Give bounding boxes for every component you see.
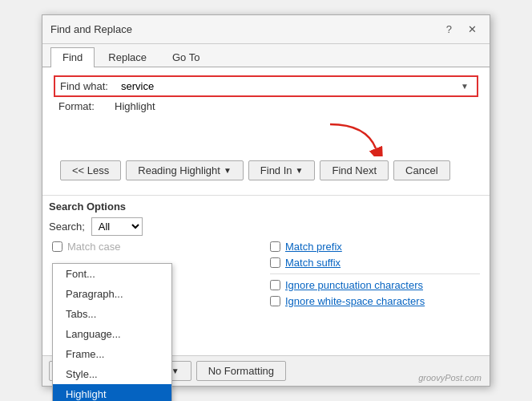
ignore-space-checkbox[interactable] bbox=[270, 296, 280, 306]
format-value: Highlight bbox=[115, 100, 155, 112]
dialog-content: Find what: ▼ Format: Highlight bbox=[42, 67, 490, 195]
separator bbox=[270, 273, 480, 274]
arrow-area bbox=[54, 117, 478, 157]
reading-highlight-button[interactable]: Reading Highlight ▼ bbox=[126, 160, 244, 180]
match-prefix-row: Match prefix bbox=[270, 241, 480, 253]
format-dropdown-menu: Font... Paragraph... Tabs... Language...… bbox=[52, 263, 172, 401]
dropdown-font[interactable]: Font... bbox=[53, 264, 171, 284]
ignore-punct-checkbox[interactable] bbox=[270, 280, 280, 290]
match-suffix-checkbox[interactable] bbox=[270, 257, 280, 268]
tab-goto[interactable]: Go To bbox=[160, 47, 212, 67]
dropdown-language[interactable]: Language... bbox=[53, 324, 171, 344]
match-suffix-row: Match suffix bbox=[270, 257, 480, 269]
watermark: groovyPost.com bbox=[418, 373, 482, 383]
match-prefix-label[interactable]: Match prefix bbox=[285, 241, 342, 253]
col-right: Match prefix Match suffix Ignore punctua… bbox=[270, 241, 480, 355]
find-replace-dialog: Find and Replace ? ✕ Find Replace Go To … bbox=[42, 14, 490, 387]
ignore-punct-row: Ignore punctuation characters bbox=[270, 279, 480, 291]
tabs-bar: Find Replace Go To bbox=[42, 44, 490, 67]
find-what-row: Find what: ▼ bbox=[54, 75, 478, 97]
dropdown-paragraph[interactable]: Paragraph... bbox=[53, 284, 171, 304]
ignore-space-row: Ignore white-space characters bbox=[270, 295, 480, 307]
reading-highlight-arrow: ▼ bbox=[224, 166, 232, 175]
search-row: Search; All Down Up bbox=[49, 217, 483, 236]
cancel-button[interactable]: Cancel bbox=[393, 160, 449, 180]
search-label: Search; bbox=[49, 221, 85, 233]
two-col-layout: Match case Font... Paragraph... Tabs... … bbox=[49, 241, 483, 355]
tab-find[interactable]: Find bbox=[50, 47, 95, 67]
no-formatting-button[interactable]: No Formatting bbox=[196, 361, 286, 381]
close-button[interactable]: ✕ bbox=[463, 22, 482, 37]
dropdown-frame[interactable]: Frame... bbox=[53, 344, 171, 364]
dropdown-highlight[interactable]: Highlight bbox=[53, 384, 171, 401]
search-options-title: Search Options bbox=[49, 200, 483, 213]
find-in-button[interactable]: Find In ▼ bbox=[248, 160, 316, 180]
dropdown-style[interactable]: Style... bbox=[53, 364, 171, 384]
match-case-row: Match case bbox=[52, 241, 262, 253]
ignore-space-label[interactable]: Ignore white-space characters bbox=[285, 295, 425, 307]
match-case-label: Match case bbox=[67, 241, 120, 253]
match-case-checkbox[interactable] bbox=[52, 241, 62, 252]
find-dropdown-arrow[interactable]: ▼ bbox=[457, 80, 472, 92]
help-button[interactable]: ? bbox=[441, 22, 457, 37]
find-what-label: Find what: bbox=[60, 80, 116, 92]
find-what-input[interactable] bbox=[121, 80, 457, 92]
red-arrow bbox=[326, 120, 390, 159]
ignore-punct-label[interactable]: Ignore punctuation characters bbox=[285, 279, 423, 291]
match-suffix-label[interactable]: Match suffix bbox=[285, 257, 341, 269]
col-left: Match case Font... Paragraph... Tabs... … bbox=[52, 241, 262, 355]
format-label-text: Format: bbox=[58, 100, 115, 112]
match-prefix-checkbox[interactable] bbox=[270, 241, 280, 252]
special-arrow: ▼ bbox=[171, 367, 179, 375]
search-options-section: Search Options Search; All Down Up Match… bbox=[42, 195, 490, 355]
dropdown-tabs[interactable]: Tabs... bbox=[53, 304, 171, 324]
search-select[interactable]: All Down Up bbox=[91, 217, 143, 236]
title-bar: Find and Replace ? ✕ bbox=[42, 15, 490, 44]
format-row: Format: Highlight bbox=[54, 100, 478, 112]
find-next-button[interactable]: Find Next bbox=[320, 160, 389, 180]
find-in-arrow: ▼ bbox=[296, 166, 304, 175]
main-buttons-row: << Less Reading Highlight ▼ Find In ▼ Fi… bbox=[54, 157, 478, 187]
title-bar-controls: ? ✕ bbox=[441, 22, 482, 37]
less-button[interactable]: << Less bbox=[60, 160, 121, 180]
dialog-title: Find and Replace bbox=[50, 23, 132, 35]
tab-replace[interactable]: Replace bbox=[96, 47, 159, 67]
